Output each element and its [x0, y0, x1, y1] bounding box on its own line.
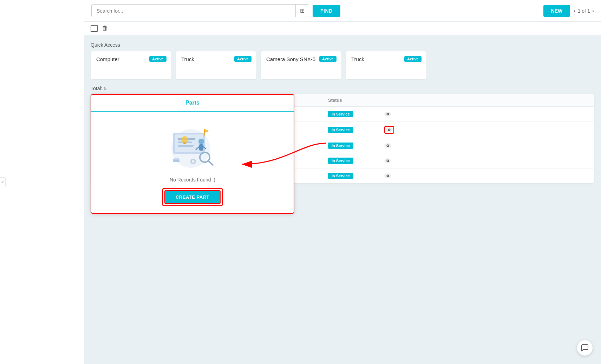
expand-left-icon: «	[1, 180, 4, 185]
status-badge: In Service	[328, 111, 353, 117]
svg-line-30	[208, 161, 213, 165]
pagination-text: 1 of 1	[578, 8, 590, 14]
status-badge: In Service	[328, 143, 353, 149]
status-badge: In Service	[328, 158, 353, 164]
svg-rect-24	[199, 144, 203, 151]
total-label: Total: 5	[91, 86, 594, 91]
quick-access-label: Quick Access	[91, 42, 594, 48]
parts-panel-body: No Records Found :( CREATE PART	[91, 112, 294, 213]
quick-access-cards: Computer Active Truck Active Camera Sony…	[91, 51, 594, 79]
qa-card-1[interactable]: Truck Active	[176, 51, 256, 79]
sidebar-expand-arrow[interactable]: «	[0, 177, 6, 187]
delete-icon[interactable]: 🗑	[102, 25, 108, 32]
filter-icon: ⊞	[300, 8, 305, 14]
table-container: Name ▲ S/N Assign Price Status John Doe …	[91, 94, 594, 183]
parts-panel-title: Parts	[185, 100, 200, 106]
view-icon-button[interactable]	[384, 112, 391, 117]
status-badge: In Service	[328, 173, 353, 179]
search-container: ⊞	[91, 4, 309, 17]
prev-page-button[interactable]: ‹	[574, 8, 575, 14]
svg-marker-28	[205, 129, 209, 133]
svg-point-14	[387, 176, 388, 177]
chat-icon	[581, 344, 589, 352]
qa-card-2[interactable]: Camera Sony SNX-5 Active	[261, 51, 341, 79]
view-icon-button[interactable]	[384, 173, 391, 178]
qa-card-status-3: Active	[404, 56, 422, 62]
sidebar	[0, 0, 84, 364]
qa-card-status-1: Active	[234, 56, 251, 62]
next-page-button[interactable]: ›	[592, 8, 594, 14]
qa-card-3[interactable]: Truck Active	[346, 51, 426, 79]
no-records-text: No Records Found :(	[170, 177, 215, 183]
svg-point-21	[181, 136, 188, 143]
svg-rect-32	[174, 158, 179, 160]
filter-icon-button[interactable]: ⊞	[295, 5, 309, 17]
qa-card-status-2: Active	[319, 56, 337, 62]
chat-bubble-button[interactable]	[577, 340, 593, 356]
new-button[interactable]: NEW	[543, 5, 570, 17]
find-button[interactable]: FIND	[313, 5, 340, 17]
view-icon-button-highlighted[interactable]	[384, 126, 394, 134]
svg-rect-20	[178, 145, 194, 147]
search-input[interactable]	[92, 5, 295, 16]
svg-point-23	[198, 139, 204, 144]
parts-panel: Parts	[91, 94, 294, 214]
status-badge: In Service	[328, 127, 353, 133]
no-records-illustration	[164, 122, 221, 171]
svg-point-34	[192, 160, 195, 163]
pagination: ‹ 1 of 1 ›	[574, 8, 594, 14]
create-part-btn-container: CREATE PART	[162, 188, 223, 206]
view-icon-button[interactable]	[384, 143, 391, 148]
svg-point-2	[387, 114, 388, 115]
svg-point-11	[387, 160, 388, 161]
create-part-button[interactable]: CREATE PART	[164, 190, 221, 204]
view-icon-button[interactable]	[384, 158, 391, 163]
svg-rect-22	[183, 143, 186, 144]
svg-rect-27	[204, 129, 205, 135]
qa-card-status-0: Active	[149, 56, 166, 62]
main-content: Quick Access Computer Active Truck Activ…	[0, 35, 601, 190]
col-status-header: Status	[328, 98, 384, 103]
qa-card-0[interactable]: Computer Active	[91, 51, 171, 79]
sub-toolbar: 🗑	[0, 22, 601, 35]
svg-point-5	[389, 130, 390, 131]
toolbar: ⊞ FIND NEW ‹ 1 of 1 ›	[0, 0, 601, 22]
svg-point-8	[387, 145, 388, 146]
parts-panel-header: Parts	[91, 95, 294, 112]
select-all-checkbox[interactable]	[91, 25, 98, 32]
